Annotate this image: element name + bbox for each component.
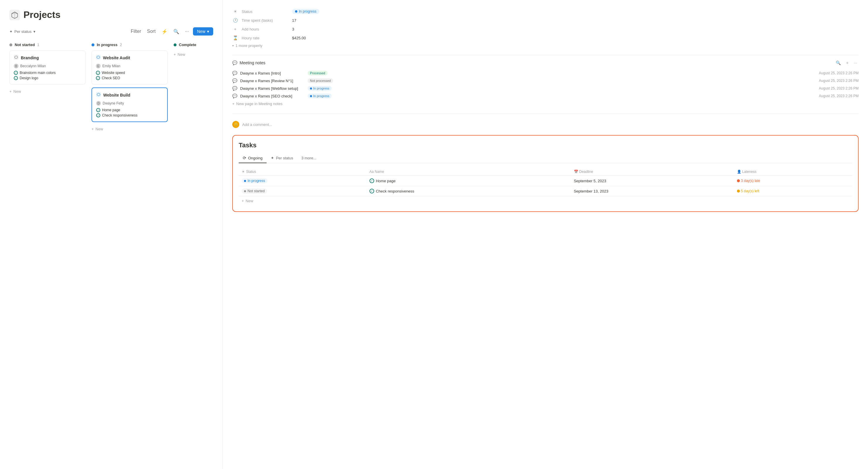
user-avatar-comment: 😊 xyxy=(232,121,239,128)
column-count-in-progress: 2 xyxy=(120,42,122,47)
tab-more-label: 3 more... xyxy=(302,156,316,160)
task-name-label: Check responsiveness xyxy=(376,189,414,194)
group-by-selector[interactable]: ✦ Per status ▾ xyxy=(9,29,35,34)
name-col-label: Name xyxy=(375,170,384,174)
svg-rect-3 xyxy=(96,92,101,97)
lateness-badge-left: 5 day(s) left xyxy=(737,189,849,193)
new-page-in-meeting-notes[interactable]: + New page in Meeting notes xyxy=(232,100,859,108)
task-check-icon xyxy=(370,178,374,183)
task-label: Home page xyxy=(102,108,120,112)
meeting-title-review: Dwayne x Rames [Review N°1] xyxy=(240,79,305,83)
new-label: New xyxy=(178,52,185,57)
plus-icon: + xyxy=(92,127,94,131)
comment-placeholder[interactable]: Add a comment... xyxy=(242,122,272,127)
th-name: Aa Name xyxy=(367,168,571,176)
card-website-build[interactable]: Website Build D Dwayne Felty Home page C… xyxy=(92,87,168,122)
status-icon: ☀ xyxy=(232,9,238,14)
table-row[interactable]: Not started Check responsiveness Septemb… xyxy=(239,186,852,196)
toolbar: ✦ Per status ▾ Filter Sort ⚡ 🔍 ··· New ▾ xyxy=(9,27,213,35)
tab-per-status[interactable]: ✦ Per status xyxy=(267,153,297,163)
task-label: Check SEO xyxy=(102,76,120,80)
task-label: Design logo xyxy=(20,76,38,80)
table-row[interactable]: In progress Home page September 5, 2023 xyxy=(239,176,852,186)
add-new-not-started[interactable]: + New xyxy=(9,87,86,95)
badge-processed: Processed xyxy=(308,71,328,76)
user-name-audit: Emily Milan xyxy=(102,64,120,68)
chevron-down-icon: ▾ xyxy=(207,29,209,34)
search-meeting-button[interactable]: 🔍 xyxy=(834,60,842,66)
meeting-title-webflow: Dwayne x Rames [Webflow setup] xyxy=(240,86,305,91)
yellow-dot-icon xyxy=(737,189,740,193)
more-property-toggle[interactable]: ▾ 1 more property xyxy=(232,42,859,49)
meeting-row-seo[interactable]: 💬 Dwayne x Rames [SEO check] In progress… xyxy=(232,92,859,100)
property-row-hourly: ⌛ Houry rate $425.00 xyxy=(232,33,859,42)
page-title: Projects xyxy=(24,9,60,20)
meeting-row-webflow[interactable]: 💬 Dwayne x Rames [Webflow setup] In prog… xyxy=(232,85,859,92)
task-label: Website speed xyxy=(102,71,125,75)
svg-rect-2 xyxy=(96,55,101,60)
column-header-complete: Complete xyxy=(174,42,213,47)
plus-icon: + xyxy=(232,27,238,31)
lightning-icon-button[interactable]: ⚡ xyxy=(160,28,169,35)
meeting-row-icon: 💬 xyxy=(232,71,237,76)
add-hours-value: 3 xyxy=(292,27,294,31)
badge-not-processed: Not processed xyxy=(308,78,333,83)
search-button[interactable]: 🔍 xyxy=(172,28,181,35)
add-meeting-button[interactable]: + xyxy=(844,60,850,66)
status-col-icon: ☀ xyxy=(242,170,245,174)
sort-button[interactable]: Sort xyxy=(145,28,157,35)
user-name-build: Dwayne Felty xyxy=(103,101,124,105)
card-branding[interactable]: Branding B Beccalynn Milan Brainstorm ma… xyxy=(9,51,86,85)
hourly-rate-label: Houry rate xyxy=(242,36,288,40)
cell-lateness-row2: 5 day(s) left xyxy=(734,186,852,196)
user-avatar-audit: E xyxy=(96,64,101,68)
meeting-row-intro[interactable]: 💬 Dwayne x Rames [Intro] Processed Augus… xyxy=(232,69,859,77)
comment-row[interactable]: 😊 Add a comment... xyxy=(232,119,859,130)
task-item: Check SEO xyxy=(96,76,163,80)
tab-more[interactable]: 3 more... xyxy=(297,153,320,163)
meeting-title-intro: Dwayne x Rames [Intro] xyxy=(240,71,305,76)
filter-button[interactable]: Filter xyxy=(129,28,143,35)
toolbar-right: Filter Sort ⚡ 🔍 ··· New ▾ xyxy=(129,27,213,35)
add-new-complete[interactable]: + New xyxy=(174,51,213,58)
task-name-responsiveness: Check responsiveness xyxy=(370,189,568,194)
cell-lateness-row1: 3 day(s) late xyxy=(734,176,852,186)
column-label-in-progress: In progress xyxy=(97,42,118,47)
user-name-branding: Beccalynn Milan xyxy=(20,64,46,68)
meeting-title-seo: Dwayne x Rames [SEO check] xyxy=(240,94,305,98)
tab-ongoing[interactable]: ⟳ Ongoing xyxy=(239,153,267,163)
meeting-row-review[interactable]: 💬 Dwayne x Rames [Review N°1] Not proces… xyxy=(232,77,859,85)
card-title-row-audit: Website Audit xyxy=(96,55,163,61)
add-new-in-progress[interactable]: + New xyxy=(92,125,168,133)
cell-status-row1: In progress xyxy=(239,176,367,186)
meeting-date-intro: August 25, 2023 2:26 PM xyxy=(819,71,859,75)
tasks-add-new[interactable]: + New xyxy=(239,196,852,205)
meeting-row-icon: 💬 xyxy=(232,78,237,83)
cell-deadline-row1: September 5, 2023 xyxy=(571,176,734,186)
column-header-not-started: Not started 1 xyxy=(9,42,86,47)
divider-2 xyxy=(232,114,859,114)
task-name-label: Home page xyxy=(376,179,396,183)
status-badge[interactable]: In progress xyxy=(292,9,319,14)
build-card-icon xyxy=(96,92,101,98)
card-title-build: Website Build xyxy=(103,93,130,97)
new-button[interactable]: New ▾ xyxy=(193,27,213,35)
more-options-button[interactable]: ··· xyxy=(183,28,191,35)
per-status-icon: ✦ xyxy=(271,155,274,160)
user-avatar-branding: B xyxy=(14,64,19,68)
more-meeting-button[interactable]: ··· xyxy=(852,60,859,66)
left-panel: Projects ✦ Per status ▾ Filter Sort ⚡ 🔍 … xyxy=(0,0,223,469)
task-item: Brainstorm main colors xyxy=(14,71,81,75)
status-badge-notstarted: Not started xyxy=(242,188,267,194)
column-label-complete: Complete xyxy=(179,42,196,47)
hourly-rate-value: $425.00 xyxy=(292,36,306,40)
plus-icon: + xyxy=(242,199,244,203)
badge-inprogress-seo: In progress xyxy=(308,94,332,98)
tasks-add-label: New xyxy=(246,199,253,203)
chevron-down-icon: ▾ xyxy=(33,29,35,34)
card-website-audit[interactable]: Website Audit E Emily Milan Website spee… xyxy=(92,51,168,85)
tasks-tabs: ⟳ Ongoing ✦ Per status 3 more... xyxy=(239,153,852,163)
status-label: Status xyxy=(242,9,288,14)
red-dot-icon xyxy=(737,179,740,182)
property-row-time: 🕐 Time spent (tasks) 17 xyxy=(232,16,859,25)
